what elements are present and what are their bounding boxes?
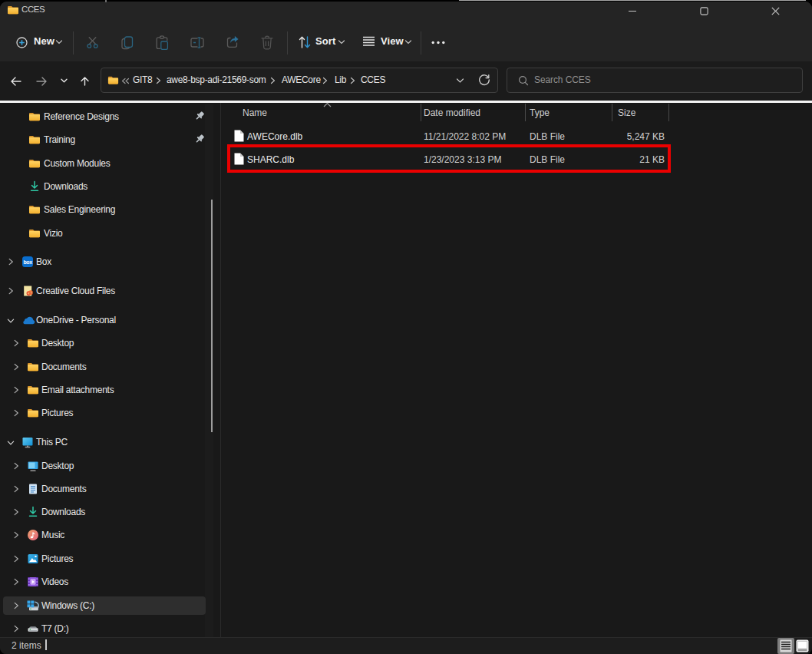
svg-text:box: box [23,259,32,265]
